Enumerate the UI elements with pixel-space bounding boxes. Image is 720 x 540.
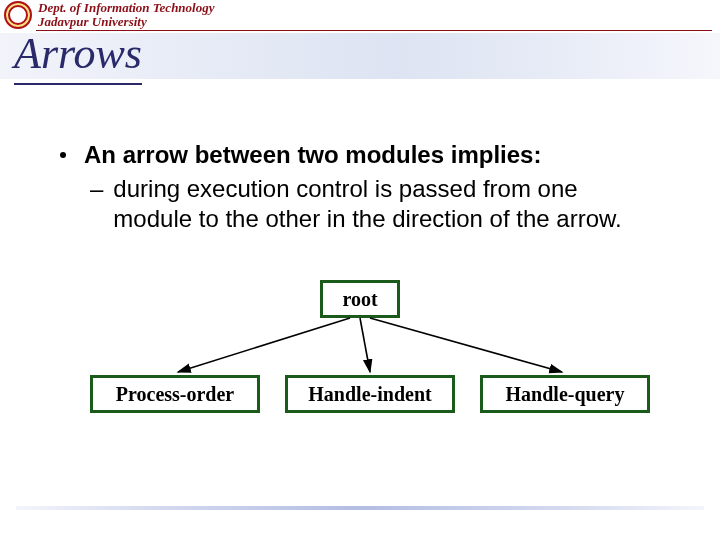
slide-header: Dept. of Information Technology Jadavpur…	[0, 0, 720, 30]
bullet-dot-icon	[60, 152, 66, 158]
bullet-level-2: – during execution control is passed fro…	[90, 174, 680, 234]
bullet-text-main: An arrow between two modules implies:	[84, 140, 541, 170]
svg-line-0	[178, 318, 350, 372]
slide-body: An arrow between two modules implies: – …	[60, 140, 680, 234]
slide: Dept. of Information Technology Jadavpur…	[0, 0, 720, 540]
footer-divider	[16, 506, 704, 510]
dash-icon: –	[90, 174, 103, 234]
module-diagram: root Process-order Handle-indent Handle-…	[70, 280, 640, 440]
header-text: Dept. of Information Technology Jadavpur…	[38, 1, 214, 28]
svg-line-2	[370, 318, 562, 372]
bullet-text-sub: during execution control is passed from …	[113, 174, 633, 234]
header-line-1: Dept. of Information Technology	[38, 1, 214, 15]
slide-title: Arrows	[14, 28, 142, 85]
header-line-2: Jadavpur University	[38, 15, 214, 29]
svg-line-1	[360, 318, 370, 372]
university-logo-icon	[4, 1, 32, 29]
bullet-level-1: An arrow between two modules implies:	[60, 140, 680, 170]
diagram-arrows-svg	[70, 280, 640, 440]
